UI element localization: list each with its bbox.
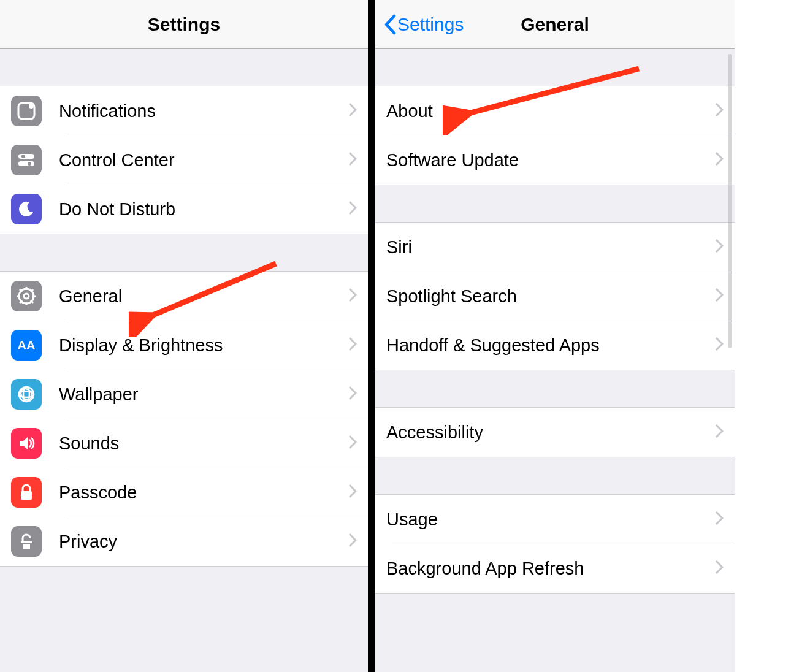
settings-navbar: Settings bbox=[0, 0, 368, 49]
row-label: Software Update bbox=[386, 150, 715, 170]
settings-row-do-not-disturb[interactable]: Do Not Disturb bbox=[0, 185, 368, 234]
general-navbar: Settings General bbox=[375, 0, 735, 49]
general-row-bg-refresh[interactable]: Background App Refresh bbox=[375, 544, 735, 593]
gear-icon bbox=[11, 281, 42, 311]
chevron-right-icon bbox=[348, 435, 357, 452]
back-button[interactable]: Settings bbox=[384, 14, 464, 35]
general-row-usage[interactable]: Usage bbox=[375, 495, 735, 544]
section-gap bbox=[375, 185, 735, 222]
chevron-right-icon bbox=[715, 337, 724, 354]
row-label: General bbox=[59, 286, 348, 307]
general-group-2: Siri Spotlight Search Handoff & Suggeste… bbox=[375, 222, 735, 370]
general-pane: Settings General About Software Update S… bbox=[375, 0, 735, 672]
chevron-right-icon bbox=[348, 337, 357, 354]
row-label: Display & Brightness bbox=[59, 335, 348, 356]
row-label: Accessibility bbox=[386, 422, 715, 443]
settings-row-wallpaper[interactable]: Wallpaper bbox=[0, 370, 368, 419]
wallpaper-icon bbox=[11, 379, 42, 410]
section-gap bbox=[0, 234, 368, 271]
back-label: Settings bbox=[397, 14, 464, 35]
notifications-icon bbox=[11, 96, 42, 126]
row-label: Siri bbox=[386, 237, 715, 258]
svg-point-1 bbox=[29, 104, 34, 109]
section-gap bbox=[0, 49, 368, 86]
settings-row-general[interactable]: General bbox=[0, 272, 368, 321]
chevron-right-icon bbox=[348, 151, 357, 169]
row-label: Passcode bbox=[59, 483, 348, 503]
row-label: Do Not Disturb bbox=[59, 199, 348, 220]
chevron-left-icon bbox=[384, 14, 396, 35]
general-row-siri[interactable]: Siri bbox=[375, 223, 735, 272]
row-label: About bbox=[386, 101, 715, 121]
settings-group-1: Notifications Control Center Do Not Di bbox=[0, 86, 368, 234]
settings-pane: Settings Notifications Control Center bbox=[0, 0, 368, 672]
chevron-right-icon bbox=[715, 288, 724, 305]
row-label: Wallpaper bbox=[59, 384, 348, 405]
settings-row-display[interactable]: AA Display & Brightness bbox=[0, 321, 368, 370]
chevron-right-icon bbox=[348, 288, 357, 305]
section-gap bbox=[375, 49, 735, 86]
general-row-about[interactable]: About bbox=[375, 86, 735, 136]
row-label: Privacy bbox=[59, 532, 348, 552]
settings-row-notifications[interactable]: Notifications bbox=[0, 86, 368, 136]
section-gap bbox=[375, 457, 735, 494]
row-label: Sounds bbox=[59, 433, 348, 454]
settings-row-passcode[interactable]: Passcode bbox=[0, 468, 368, 517]
chevron-right-icon bbox=[715, 239, 724, 256]
chevron-right-icon bbox=[348, 386, 357, 403]
section-gap bbox=[375, 370, 735, 407]
svg-rect-22 bbox=[21, 541, 32, 543]
settings-row-control-center[interactable]: Control Center bbox=[0, 136, 368, 185]
svg-rect-21 bbox=[21, 491, 32, 500]
pane-divider bbox=[368, 0, 375, 672]
general-row-software-update[interactable]: Software Update bbox=[375, 136, 735, 185]
chevron-right-icon bbox=[348, 102, 357, 120]
general-group-4: Usage Background App Refresh bbox=[375, 494, 735, 594]
general-row-accessibility[interactable]: Accessibility bbox=[375, 408, 735, 457]
control-center-icon bbox=[11, 145, 42, 175]
scrollbar[interactable] bbox=[728, 54, 732, 348]
chevron-right-icon bbox=[348, 484, 357, 501]
svg-point-3 bbox=[21, 155, 25, 158]
row-label: Usage bbox=[386, 510, 715, 530]
chevron-right-icon bbox=[715, 511, 724, 528]
chevron-right-icon bbox=[715, 424, 724, 441]
settings-row-privacy[interactable]: Privacy bbox=[0, 517, 368, 566]
row-label: Control Center bbox=[59, 150, 348, 170]
general-title: General bbox=[521, 14, 589, 35]
sounds-icon bbox=[11, 428, 42, 459]
chevron-right-icon bbox=[715, 102, 724, 120]
svg-rect-2 bbox=[18, 154, 34, 159]
row-label: Background App Refresh bbox=[386, 559, 715, 579]
settings-row-sounds[interactable]: Sounds bbox=[0, 419, 368, 468]
svg-rect-4 bbox=[18, 161, 34, 166]
general-group-3: Accessibility bbox=[375, 407, 735, 457]
general-row-handoff[interactable]: Handoff & Suggested Apps bbox=[375, 321, 735, 370]
settings-group-2: General AA Display & Brightness Wallpap bbox=[0, 271, 368, 567]
svg-point-5 bbox=[28, 162, 31, 166]
chevron-right-icon bbox=[348, 533, 357, 550]
privacy-icon bbox=[11, 526, 42, 557]
row-label: Notifications bbox=[59, 101, 348, 121]
do-not-disturb-icon bbox=[11, 194, 42, 224]
display-icon: AA bbox=[11, 330, 42, 361]
row-label: Handoff & Suggested Apps bbox=[386, 335, 715, 356]
settings-title: Settings bbox=[148, 14, 220, 35]
general-row-spotlight[interactable]: Spotlight Search bbox=[375, 272, 735, 321]
chevron-right-icon bbox=[348, 200, 357, 218]
chevron-right-icon bbox=[715, 151, 724, 169]
svg-text:AA: AA bbox=[18, 338, 36, 352]
chevron-right-icon bbox=[715, 560, 724, 577]
passcode-icon bbox=[11, 477, 42, 508]
svg-point-7 bbox=[24, 294, 29, 299]
row-label: Spotlight Search bbox=[386, 286, 715, 307]
general-group-1: About Software Update bbox=[375, 86, 735, 185]
